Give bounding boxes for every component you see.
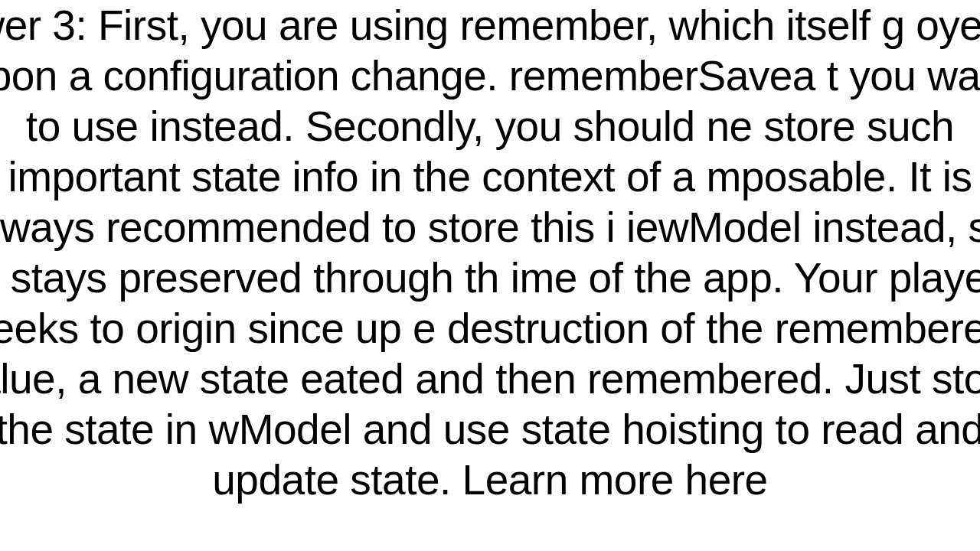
answer-body-text: wer 3: First, you are using remember, wh… <box>0 0 980 505</box>
